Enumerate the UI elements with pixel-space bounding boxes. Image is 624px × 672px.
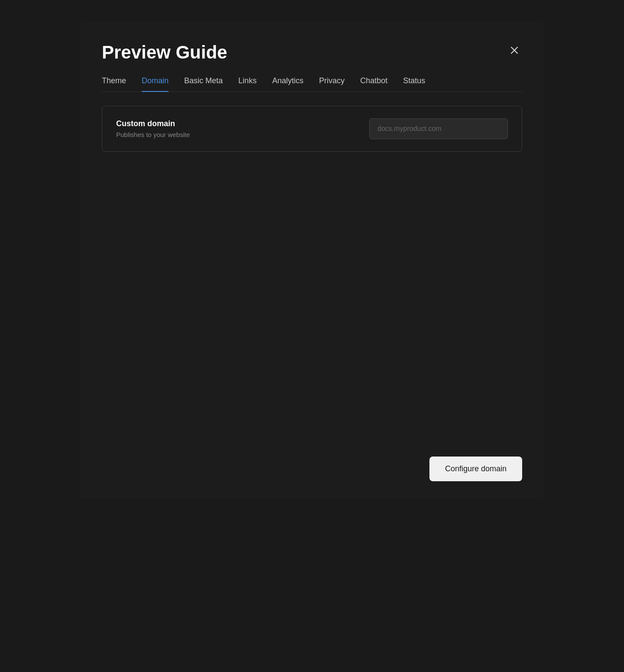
domain-input[interactable] — [369, 118, 508, 139]
page-title: Preview Guide — [102, 42, 227, 62]
tab-domain[interactable]: Domain — [142, 76, 169, 91]
tab-analytics[interactable]: Analytics — [272, 76, 303, 91]
tab-privacy[interactable]: Privacy — [319, 76, 344, 91]
footer-area: Configure domain — [102, 439, 522, 481]
tab-status[interactable]: Status — [403, 76, 425, 91]
domain-card-title: Custom domain — [116, 119, 190, 128]
domain-card-subtitle: Publishes to your website — [116, 131, 190, 138]
close-button[interactable] — [507, 42, 522, 58]
domain-label-group: Custom domain Publishes to your website — [116, 119, 190, 138]
content-area: Custom domain Publishes to your website — [102, 106, 522, 439]
modal: Preview Guide Theme Domain Basic Meta Li… — [80, 22, 544, 499]
configure-domain-button[interactable]: Configure domain — [429, 457, 522, 481]
tab-theme[interactable]: Theme — [102, 76, 126, 91]
tab-links[interactable]: Links — [238, 76, 257, 91]
tab-chatbot[interactable]: Chatbot — [360, 76, 387, 91]
tab-basic-meta[interactable]: Basic Meta — [184, 76, 223, 91]
domain-card: Custom domain Publishes to your website — [102, 106, 522, 152]
close-icon — [508, 44, 520, 56]
nav-tabs: Theme Domain Basic Meta Links Analytics … — [102, 76, 522, 92]
modal-header: Preview Guide — [102, 42, 522, 62]
